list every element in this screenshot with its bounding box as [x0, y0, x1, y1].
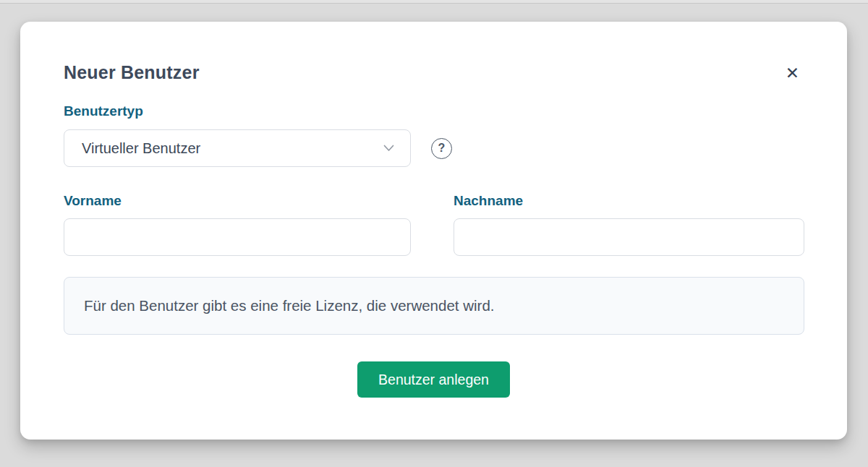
vorname-field-group: Vorname: [64, 192, 411, 256]
help-icon[interactable]: ?: [431, 138, 452, 159]
dialog-footer: Benutzer anlegen: [64, 361, 804, 398]
dialog-header: Neuer Benutzer ✕: [64, 62, 804, 83]
name-fields-row: Vorname Nachname: [64, 192, 804, 256]
nachname-label: Nachname: [454, 192, 804, 210]
nachname-input[interactable]: [454, 218, 804, 256]
chevron-down-icon: [383, 145, 394, 152]
benutzertyp-selected-value: Virtueller Benutzer: [82, 140, 200, 157]
close-icon[interactable]: ✕: [781, 64, 804, 83]
nachname-field-group: Nachname: [454, 192, 804, 256]
benutzertyp-label: Benutzertyp: [64, 102, 804, 121]
create-user-button[interactable]: Benutzer anlegen: [357, 361, 510, 398]
license-info-box: Für den Benutzer gibt es eine freie Lize…: [64, 277, 804, 335]
benutzertyp-row: Virtueller Benutzer ?: [64, 129, 804, 167]
license-info-text: Für den Benutzer gibt es eine freie Lize…: [84, 297, 494, 314]
vorname-input[interactable]: [64, 218, 411, 256]
dialog-title: Neuer Benutzer: [64, 62, 200, 83]
vorname-label: Vorname: [64, 192, 411, 210]
background-top-bar-edge: [0, 0, 868, 4]
benutzertyp-select[interactable]: Virtueller Benutzer: [64, 129, 411, 167]
new-user-dialog: Neuer Benutzer ✕ Benutzertyp Virtueller …: [20, 22, 847, 440]
